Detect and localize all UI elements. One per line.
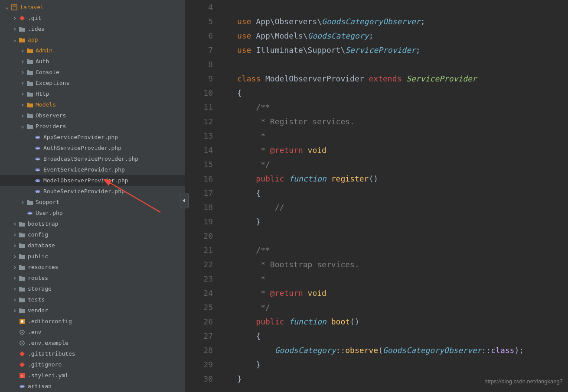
tree-item-routeserviceprovider-php[interactable]: phpRouteServiceProvider.php <box>0 186 185 197</box>
chevron-right-icon[interactable] <box>11 25 18 33</box>
tree-item-exceptions[interactable]: Exceptions <box>0 78 185 88</box>
chevron-right-icon[interactable] <box>19 111 26 120</box>
tree-item--editorconfig[interactable]: .editorconfig <box>0 316 185 327</box>
code-line[interactable]: * Register services. <box>237 114 568 129</box>
chevron-right-icon[interactable] <box>11 306 18 314</box>
code-line[interactable]: use Illuminate\Support\ServiceProvider; <box>237 43 568 57</box>
code-line[interactable]: public function register() <box>237 172 568 186</box>
code-line[interactable]: /** <box>237 100 568 114</box>
code-line[interactable] <box>237 0 568 14</box>
chevron-right-icon[interactable] <box>11 14 18 22</box>
chevron-right-icon[interactable] <box>11 263 18 271</box>
tree-item-user-php[interactable]: phpUser.php <box>0 207 185 218</box>
code-line[interactable] <box>237 229 568 243</box>
tree-item-public[interactable]: public <box>0 251 185 262</box>
chevron-right-icon[interactable] <box>11 230 18 239</box>
tree-item-admin[interactable]: Admin <box>0 45 185 56</box>
code-editor[interactable]: 4567891011121314151617181920212223242526… <box>185 0 568 392</box>
line-number: 21 <box>185 243 213 257</box>
chevron-right-icon[interactable] <box>11 252 18 260</box>
tree-item--styleci-yml[interactable]: y.styleci.yml <box>0 370 185 381</box>
code-token: ModelObserverProvider <box>265 74 369 83</box>
chevron-right-icon[interactable] <box>19 79 26 87</box>
chevron-down-icon[interactable] <box>3 4 10 11</box>
chevron-right-icon[interactable] <box>19 90 26 98</box>
chevron-right-icon[interactable] <box>19 46 26 55</box>
line-number: 12 <box>185 114 213 129</box>
svg-text:php: php <box>36 168 39 171</box>
tree-item-http[interactable]: Http <box>0 88 185 99</box>
tree-item-authserviceprovider-php[interactable]: phpAuthServiceProvider.php <box>0 143 185 153</box>
tree-item-database[interactable]: database <box>0 240 185 251</box>
chevron-right-icon[interactable] <box>11 220 18 228</box>
tree-item-routes[interactable]: routes <box>0 272 185 283</box>
collapse-sidebar-button[interactable] <box>180 193 189 208</box>
tree-item-vendor[interactable]: vendor <box>0 305 185 316</box>
tree-item--git[interactable]: .git <box>0 13 185 23</box>
tree-item-bootstrap[interactable]: bootstrap <box>0 218 185 229</box>
tree-item--gitattributes[interactable]: .gitattributes <box>0 348 185 359</box>
tree-item-tests[interactable]: tests <box>0 294 185 305</box>
tree-item--env-example[interactable]: .env.example <box>0 337 185 348</box>
tree-item-broadcastserviceprovider-php[interactable]: phpBroadcastServiceProvider.php <box>0 153 185 164</box>
tree-item--gitignore[interactable]: .gitignore <box>0 359 185 370</box>
tree-item-storage[interactable]: storage <box>0 283 185 294</box>
tree-item-resources[interactable]: resources <box>0 262 185 272</box>
code-line[interactable]: * Bootstrap services. <box>237 257 568 272</box>
code-line[interactable]: */ <box>237 300 568 314</box>
folder-grey-icon <box>18 221 26 227</box>
chevron-down-icon[interactable] <box>11 36 18 43</box>
code-line[interactable] <box>237 57 568 71</box>
tree-item-auth[interactable]: Auth <box>0 56 185 67</box>
code-line[interactable]: * @return void <box>237 286 568 300</box>
code-token: register <box>331 174 369 183</box>
php-icon: php <box>34 167 42 172</box>
code-line[interactable]: // <box>237 200 568 214</box>
tree-item-config[interactable]: config <box>0 229 185 240</box>
code-line[interactable]: /** <box>237 243 568 257</box>
tree-item-app[interactable]: app <box>0 34 185 45</box>
tree-item-appserviceprovider-php[interactable]: phpAppServiceProvider.php <box>0 132 185 143</box>
project-icon <box>10 4 18 10</box>
code-line[interactable]: GoodsCategory::observe(GoodsCategoryObse… <box>237 343 568 357</box>
chevron-right-icon[interactable] <box>11 274 18 282</box>
code-line[interactable]: { <box>237 86 568 100</box>
line-number: 30 <box>185 372 213 386</box>
tree-item-label: Admin <box>36 47 52 54</box>
tree-item-providers[interactable]: Providers <box>0 121 185 132</box>
chevron-right-icon[interactable] <box>11 241 18 249</box>
tree-item-models[interactable]: Models <box>0 99 185 110</box>
code-content[interactable]: use App\Observers\GoodsCategoryObserver;… <box>224 0 568 392</box>
code-line[interactable]: public function boot() <box>237 314 568 329</box>
chevron-right-icon[interactable] <box>11 285 18 293</box>
tree-item--env[interactable]: .env <box>0 327 185 337</box>
tree-item-laravel[interactable]: laravel <box>0 2 185 13</box>
tree-item-artisan[interactable]: phpartisan <box>0 381 185 392</box>
code-line[interactable]: use App\Observers\GoodsCategoryObserver; <box>237 14 568 29</box>
tree-item-modelobserverprovider-php[interactable]: phpModelObserverProvider.php <box>0 175 185 186</box>
code-line[interactable]: } <box>237 357 568 372</box>
code-token: ; <box>421 17 425 26</box>
code-line[interactable]: { <box>237 186 568 200</box>
tree-item-eventserviceprovider-php[interactable]: phpEventServiceProvider.php <box>0 164 185 175</box>
chevron-down-icon[interactable] <box>19 123 26 130</box>
tree-item-console[interactable]: Console <box>0 67 185 78</box>
code-line[interactable]: * <box>237 129 568 143</box>
chevron-right-icon[interactable] <box>19 100 26 109</box>
code-line[interactable]: */ <box>237 157 568 172</box>
chevron-right-icon[interactable] <box>19 57 26 65</box>
code-line[interactable]: class ModelObserverProvider extends Serv… <box>237 71 568 86</box>
code-line[interactable]: { <box>237 329 568 343</box>
chevron-right-icon[interactable] <box>19 68 26 76</box>
code-line[interactable]: use App\Models\GoodsCategory; <box>237 29 568 43</box>
project-sidebar[interactable]: laravel.git.ideaappAdminAuthConsoleExcep… <box>0 0 185 392</box>
tree-item--idea[interactable]: .idea <box>0 23 185 34</box>
tree-item-support[interactable]: Support <box>0 197 185 207</box>
tree-item-observers[interactable]: Observers <box>0 110 185 121</box>
code-line[interactable]: * @return void <box>237 143 568 157</box>
code-line[interactable]: } <box>237 214 568 229</box>
code-token: ServiceProvider <box>406 74 477 83</box>
chevron-right-icon[interactable] <box>11 295 18 304</box>
chevron-right-icon[interactable] <box>19 198 26 206</box>
code-line[interactable]: * <box>237 272 568 286</box>
